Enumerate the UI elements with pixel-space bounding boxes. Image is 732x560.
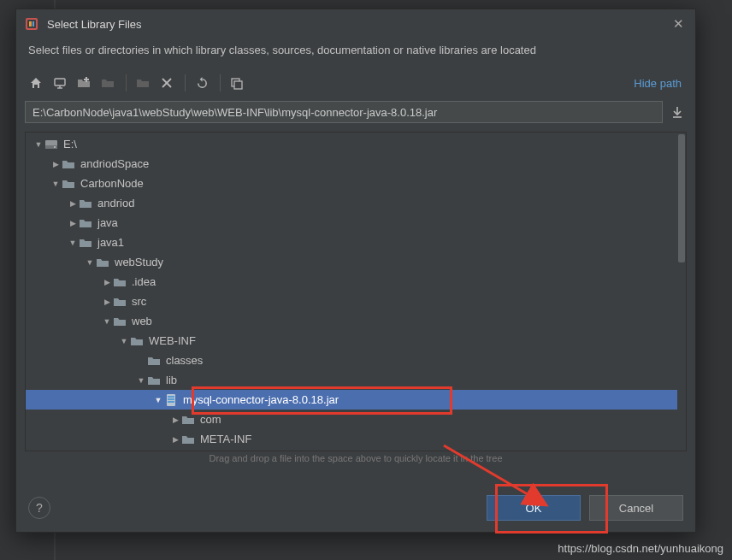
folder-icon [113, 315, 127, 327]
delete-icon[interactable] [156, 73, 178, 93]
folder-icon [147, 374, 161, 386]
folder-icon [147, 355, 161, 367]
dialog-footer: ? OK Cancel [16, 484, 695, 532]
chevron-down-icon[interactable]: ▼ [32, 140, 44, 149]
chevron-down-icon[interactable]: ▼ [67, 239, 79, 247]
tree-node[interactable]: ▶andriod [26, 193, 686, 213]
tree-node[interactable]: ▼E:\ [26, 134, 686, 154]
tree-node[interactable]: ▶com [26, 410, 686, 429]
tree-node[interactable]: ▶.idea [26, 272, 686, 292]
select-library-dialog: Select Library Files ✕ Select files or d… [15, 9, 696, 533]
tree-node-label: src [132, 295, 146, 308]
close-icon[interactable]: ✕ [670, 15, 687, 32]
folder-icon [79, 217, 92, 229]
chevron-right-icon[interactable]: ▶ [67, 219, 79, 227]
folder-icon [113, 276, 127, 288]
scrollbar-thumb[interactable] [678, 134, 685, 262]
tree-node-label: web [132, 315, 152, 327]
ok-button[interactable]: OK [487, 495, 581, 521]
chevron-right-icon[interactable]: ▶ [101, 298, 113, 306]
cancel-button[interactable]: Cancel [589, 495, 683, 521]
titlebar: Select Library Files ✕ [16, 9, 695, 38]
tree-node[interactable]: ▼java1 [26, 233, 686, 252]
help-button[interactable]: ? [28, 497, 50, 519]
tree-node[interactable]: ▶META-INF [26, 429, 686, 449]
desktop-icon[interactable] [49, 73, 71, 93]
folder-icon [181, 433, 195, 445]
svg-rect-21 [168, 401, 174, 403]
tree-node[interactable]: ▼webStudy [26, 252, 686, 272]
tree-node-label: WEB-INF [149, 334, 196, 347]
watermark: https://blog.csdn.net/yunhuaikong [558, 542, 723, 555]
new-folder-disabled-icon [97, 73, 119, 93]
chevron-down-icon[interactable]: ▼ [101, 317, 113, 326]
show-hidden-icon[interactable] [226, 73, 248, 93]
folder-icon [79, 237, 92, 249]
chevron-right-icon[interactable]: ▶ [67, 199, 79, 208]
tree-node[interactable]: ▼WEB-INF [26, 331, 686, 351]
new-folder-icon[interactable] [73, 73, 95, 93]
chevron-right-icon[interactable]: ▶ [169, 435, 181, 444]
tree-node[interactable]: ▶andriodSpace [26, 154, 686, 174]
file-tree[interactable]: ▼E:\▶andriodSpace▼CarbonNode▶andriod▶jav… [25, 132, 687, 451]
scrollbar-track[interactable] [677, 133, 686, 451]
chevron-right-icon[interactable]: ▶ [50, 160, 62, 168]
folder-icon [113, 296, 127, 308]
svg-rect-4 [55, 79, 65, 85]
dialog-title: Select Library Files [47, 18, 670, 31]
chevron-down-icon[interactable]: ▼ [135, 376, 147, 385]
path-input[interactable] [25, 101, 663, 123]
home-icon[interactable] [25, 73, 47, 93]
dialog-description: Select files or directories in which lib… [16, 38, 695, 68]
tree-node-label: CarbonNode [80, 177, 144, 190]
toolbar-separator [126, 74, 127, 91]
tree-node[interactable]: ▶classes [26, 351, 686, 370]
hide-path-link[interactable]: Hide path [634, 77, 687, 90]
svg-rect-20 [168, 398, 174, 400]
chevron-right-icon[interactable]: ▶ [169, 416, 181, 424]
tree-node-label: .idea [132, 275, 156, 288]
svg-rect-8 [84, 79, 89, 80]
tree-node[interactable]: ▼mysql-connector-java-8.0.18.jar [26, 390, 686, 410]
tree-node[interactable]: ▶src [26, 292, 686, 311]
chevron-right-icon[interactable]: ▶ [101, 278, 113, 286]
disk-icon [44, 139, 58, 150]
folder-star-icon [132, 73, 154, 93]
svg-rect-2 [29, 21, 32, 27]
tree-node-label: webStudy [115, 256, 163, 268]
tree-node-label: com [200, 413, 221, 426]
toolbar: Hide path [16, 68, 695, 97]
chevron-down-icon[interactable]: ▼ [152, 396, 164, 404]
folder-icon [130, 335, 144, 347]
tree-node-label: META-INF [200, 433, 251, 445]
svg-point-17 [54, 146, 56, 148]
chevron-down-icon[interactable]: ▼ [118, 337, 130, 345]
tree-node-label: java1 [97, 236, 124, 249]
folder-icon [79, 197, 92, 209]
path-row [16, 97, 695, 128]
tree-node-label: classes [166, 354, 203, 367]
drag-drop-hint: Drag and drop a file into the space abov… [16, 453, 695, 463]
svg-rect-19 [168, 396, 174, 398]
refresh-icon[interactable] [191, 73, 213, 93]
toolbar-separator [185, 74, 186, 91]
tree-node-label: andriodSpace [80, 157, 149, 170]
folder-icon [62, 178, 75, 190]
app-icon [25, 17, 38, 31]
download-icon[interactable] [668, 103, 687, 121]
chevron-down-icon[interactable]: ▼ [50, 180, 62, 188]
jar-icon [164, 394, 178, 406]
tree-node[interactable]: ▼web [26, 311, 686, 331]
tree-node-label: lib [166, 374, 177, 386]
tree-node[interactable]: ▶java [26, 213, 686, 233]
chevron-down-icon[interactable]: ▼ [84, 258, 96, 267]
tree-node-label: java [97, 216, 118, 229]
tree-node-label: mysql-connector-java-8.0.18.jar [183, 393, 339, 406]
tree-node[interactable]: ▼CarbonNode [26, 174, 686, 193]
toolbar-separator [220, 74, 221, 91]
folder-icon [62, 158, 75, 170]
tree-node-label: E:\ [63, 138, 77, 150]
svg-rect-3 [32, 21, 34, 27]
tree-node[interactable]: ▼lib [26, 370, 686, 390]
folder-icon [181, 414, 195, 426]
